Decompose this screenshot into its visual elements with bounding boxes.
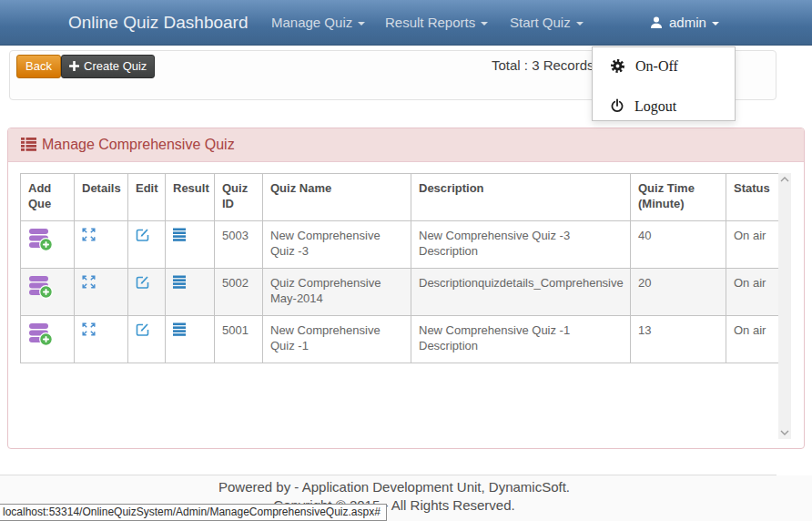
quiz-id-cell: 5001 [215,316,263,363]
add-question-icon[interactable] [28,322,53,346]
power-icon [610,98,624,114]
scroll-down-icon[interactable] [780,430,789,435]
add-question-icon[interactable] [28,228,53,251]
status-cell: On air [726,221,779,269]
result-cell [166,269,215,316]
col-quiz-name: Quiz Name [263,174,411,221]
status-url-bar: localhost:53314/OnlineQuizSystem/Admin/M… [0,504,387,521]
nav-admin-menu[interactable]: admin [649,0,719,45]
edit-cell [128,221,166,269]
plus-icon [69,61,79,71]
quiz-name-cell: Quiz Comprehensive May-2014 [263,269,411,316]
footer-divider [0,475,776,475]
menu-item-on-off[interactable]: On-Off [593,51,735,82]
col-quiz-time: Quiz Time (Minute) [631,174,726,221]
col-add-que: Add Que [21,174,75,221]
col-description: Description [411,174,631,221]
add-question-icon[interactable] [28,275,53,299]
details-cell [75,221,128,269]
result-cell [166,221,215,269]
scroll-up-icon[interactable] [780,177,789,182]
table-row: 5001 New Comprehensive Quiz -1 New Compr… [21,316,779,363]
add-que-cell [21,269,75,316]
gear-icon [610,58,625,74]
description-cell: Descriptionquizdetails_Comprehensive [411,269,631,316]
back-button[interactable]: Back [16,55,61,78]
expand-details-icon[interactable] [82,322,96,336]
app-title[interactable]: Online Quiz Dashboard [68,0,249,45]
col-status: Status [726,174,779,221]
navbar: Online Quiz Dashboard Manage Quiz Result… [0,0,812,46]
add-que-cell [21,316,75,363]
col-edit: Edit [128,174,166,221]
details-cell [75,316,128,363]
vertical-scrollbar[interactable] [778,173,791,439]
create-quiz-button[interactable]: Create Quiz [61,55,155,78]
manage-quiz-panel: Manage Comprehensive Quiz Add Que Detail… [7,128,805,449]
table-row: 5002 Quiz Comprehensive May-2014 Descrip… [21,269,779,316]
powered-by-text: Powered by - Application Development Uni… [0,479,788,495]
status-cell: On air [726,269,779,316]
table-row: 5003 New Comprehensive Quiz -3 New Compr… [21,221,779,269]
table-header-row: Add Que Details Edit Result Quiz ID Quiz… [21,174,779,221]
col-details: Details [75,174,128,221]
quiz-name-cell: New Comprehensive Quiz -1 [263,316,411,363]
nav-result-reports[interactable]: Result Reports [385,0,488,45]
result-list-icon[interactable] [173,228,187,241]
col-quiz-id: Quiz ID [215,174,263,221]
quiz-time-cell: 20 [631,269,726,316]
expand-details-icon[interactable] [82,275,96,289]
edit-icon[interactable] [136,275,149,289]
panel-header: Manage Comprehensive Quiz [8,128,804,162]
quiz-name-cell: New Comprehensive Quiz -3 [263,221,411,269]
nav-start-quiz[interactable]: Start Quiz [510,0,584,45]
list-icon [21,138,36,151]
edit-cell [128,269,166,316]
chevron-down-icon [358,22,365,26]
quiz-table: Add Que Details Edit Result Quiz ID Quiz… [20,173,779,363]
status-cell: On air [726,316,779,363]
chevron-down-icon [712,22,719,26]
description-cell: New Comprehensive Quiz -1 Description [411,316,631,363]
expand-details-icon[interactable] [82,228,96,241]
quiz-time-cell: 40 [631,221,726,269]
description-cell: New Comprehensive Quiz -3 Description [411,221,631,269]
user-dropdown-menu: On-Off Logout [592,46,736,121]
total-records-label: Total : 3 Records [492,57,594,73]
quiz-time-cell: 13 [631,316,726,363]
edit-cell [128,316,166,363]
result-cell [166,316,215,363]
table-scroll-area: Add Que Details Edit Result Quiz ID Quiz… [20,173,791,439]
nav-manage-quiz[interactable]: Manage Quiz [271,0,365,45]
chevron-down-icon [576,22,584,26]
quiz-id-cell: 5003 [215,221,263,269]
quiz-id-cell: 5002 [215,269,263,316]
chevron-down-icon [481,22,488,26]
result-list-icon[interactable] [173,275,187,289]
edit-icon[interactable] [136,322,149,336]
panel-title: Manage Comprehensive Quiz [42,137,235,152]
details-cell [75,269,128,316]
user-icon [649,15,664,30]
result-list-icon[interactable] [173,322,187,336]
col-result: Result [166,174,215,221]
edit-icon[interactable] [136,228,149,241]
menu-item-logout[interactable]: Logout [593,91,735,122]
add-que-cell [21,221,75,269]
